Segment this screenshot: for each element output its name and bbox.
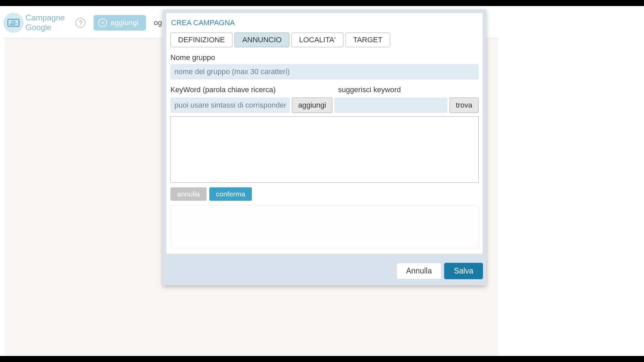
create-campaign-modal: CREA CAMPAGNA DEFINIZIONE ANNUNCIO LOCAL…: [163, 9, 486, 285]
tab-annuncio[interactable]: ANNUNCIO: [234, 33, 289, 47]
suggest-keyword-label: suggerisci keyword: [338, 84, 479, 96]
add-campaign-label: aggiungi: [110, 18, 138, 27]
blank-panel: [170, 205, 479, 249]
keyword-label: KeyWord (parola chiave ricerca): [170, 84, 338, 96]
tab-definizione[interactable]: DEFINIZIONE: [170, 33, 232, 47]
add-campaign-button[interactable]: + aggiungi: [94, 15, 146, 31]
suggest-keyword-input[interactable]: [334, 98, 447, 113]
keyword-add-button[interactable]: aggiungi: [292, 98, 332, 113]
plus-icon: +: [98, 18, 107, 27]
svg-text:ADS: ADS: [11, 20, 16, 23]
group-name-label: Nome gruppo: [170, 52, 479, 64]
keyword-input[interactable]: [170, 98, 290, 113]
modal-body: CREA CAMPAGNA DEFINIZIONE ANNUNCIO LOCAL…: [166, 13, 483, 254]
topbar: ADS Campagne Google ? + aggiungi og: [3, 13, 162, 33]
modal-save-button[interactable]: Salva: [444, 263, 483, 279]
confirm-keyword-button[interactable]: conferma: [209, 187, 252, 201]
app-title-line1: Campagne: [25, 13, 65, 23]
modal-title: CREA CAMPAGNA: [170, 16, 479, 33]
modal-tabs: DEFINIZIONE ANNUNCIO LOCALITA' TARGET: [170, 33, 479, 47]
tab-target[interactable]: TARGET: [345, 33, 390, 47]
keyword-list-textarea[interactable]: [170, 116, 479, 183]
app-title-line2: Google: [25, 23, 65, 33]
help-icon[interactable]: ?: [75, 18, 86, 28]
tab-localita[interactable]: LOCALITA': [291, 33, 343, 47]
letterbox-bottom: [0, 356, 644, 362]
keyword-row: aggiungi trova: [170, 98, 479, 113]
confirm-row: annulla conferma: [170, 187, 479, 201]
modal-footer: Annulla Salva: [163, 257, 486, 282]
page-root: ADS Campagne Google ? + aggiungi og CREA…: [0, 6, 644, 356]
cancel-keyword-button[interactable]: annulla: [170, 187, 207, 201]
suggest-find-button[interactable]: trova: [449, 98, 479, 113]
letterbox-top: [0, 0, 644, 6]
ads-logo-icon: ADS: [3, 13, 23, 33]
truncated-text: og: [154, 18, 162, 27]
group-name-input[interactable]: [170, 64, 479, 79]
app-title: Campagne Google: [25, 13, 65, 33]
modal-cancel-button[interactable]: Annulla: [396, 263, 442, 279]
